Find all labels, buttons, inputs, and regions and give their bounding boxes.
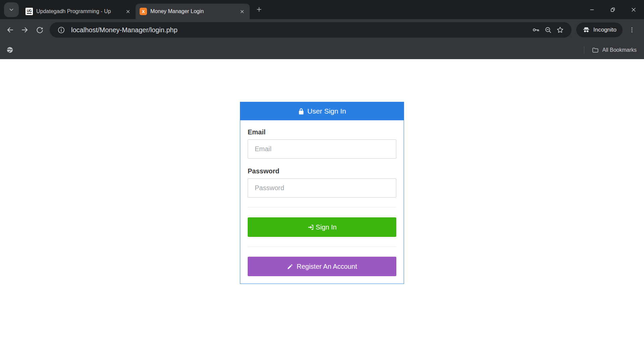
forward-arrow-icon	[21, 26, 29, 34]
password-key-icon[interactable]	[530, 24, 542, 36]
browser-toolbar: localhost/Money-Manager/login.php Incogn…	[0, 19, 644, 41]
sign-in-button[interactable]: Sign In	[248, 217, 396, 237]
xampp-favicon-icon: X	[140, 8, 147, 15]
bookmark-star-icon[interactable]	[554, 24, 566, 36]
reload-button[interactable]	[32, 23, 47, 37]
incognito-badge[interactable]: Incognito	[576, 23, 623, 37]
address-bar[interactable]: localhost/Money-Manager/login.php	[50, 22, 572, 38]
card-header: User Sign In	[240, 102, 404, 120]
close-icon	[631, 7, 637, 13]
lock-icon	[298, 108, 304, 115]
bookmarks-bar: All Bookmarks	[0, 41, 644, 59]
restore-button[interactable]	[602, 0, 623, 19]
page-content: User Sign In Email Password Sign In Regi…	[0, 59, 644, 338]
incognito-label: Incognito	[593, 27, 616, 33]
page-info-icon[interactable]	[55, 24, 67, 36]
tab-money-manager-login[interactable]: X Money Manager Login	[136, 4, 250, 19]
folder-icon	[592, 46, 599, 54]
ug-favicon-icon: UG	[26, 8, 33, 15]
pencil-icon	[287, 263, 293, 270]
minimize-button[interactable]	[582, 0, 602, 19]
email-label: Email	[248, 128, 396, 136]
login-card: User Sign In Email Password Sign In Regi…	[240, 102, 404, 284]
register-label: Register An Account	[297, 263, 357, 270]
minimize-icon	[589, 7, 595, 13]
card-body: Email Password Sign In Register An Accou…	[240, 120, 404, 284]
register-button[interactable]: Register An Account	[248, 257, 396, 276]
incognito-hat-glasses-icon	[582, 26, 590, 34]
restore-icon	[610, 7, 616, 13]
all-bookmarks-label: All Bookmarks	[602, 47, 637, 53]
close-icon[interactable]	[238, 7, 246, 16]
close-window-button[interactable]	[623, 0, 644, 19]
password-label: Password	[248, 167, 396, 175]
zoom-minus-icon[interactable]	[542, 24, 554, 36]
divider	[248, 207, 396, 207]
email-field[interactable]	[248, 139, 396, 159]
tab-updategadh[interactable]: UG Updategadh Programming - Up	[21, 4, 136, 19]
card-title: User Sign In	[307, 107, 346, 115]
all-bookmarks-button[interactable]: All Bookmarks	[592, 46, 637, 54]
window-controls	[582, 0, 644, 19]
tab-title: Money Manager Login	[150, 8, 235, 14]
bookmark-item[interactable]	[6, 46, 14, 54]
sign-in-arrow-icon	[307, 224, 314, 231]
three-dots-vertical-icon	[629, 27, 635, 33]
password-field[interactable]	[248, 178, 396, 198]
close-icon[interactable]	[123, 7, 132, 16]
tab-strip: UG Updategadh Programming - Up X Money M…	[0, 0, 644, 19]
reload-icon	[36, 26, 44, 34]
url-text[interactable]: localhost/Money-Manager/login.php	[71, 26, 178, 34]
tab-search-button[interactable]	[4, 2, 19, 17]
back-button[interactable]	[3, 23, 17, 37]
sign-in-label: Sign In	[316, 223, 337, 231]
divider	[248, 247, 396, 247]
browser-menu-button[interactable]	[625, 23, 639, 37]
plus-icon	[256, 6, 262, 12]
bookmarks-divider	[584, 46, 584, 54]
chevron-down-icon	[8, 7, 14, 13]
globe-icon	[6, 46, 14, 54]
tab-title: Updategadh Programming - Up	[36, 8, 121, 14]
back-arrow-icon	[6, 26, 14, 34]
new-tab-button[interactable]	[253, 3, 265, 15]
forward-button[interactable]	[17, 23, 32, 37]
